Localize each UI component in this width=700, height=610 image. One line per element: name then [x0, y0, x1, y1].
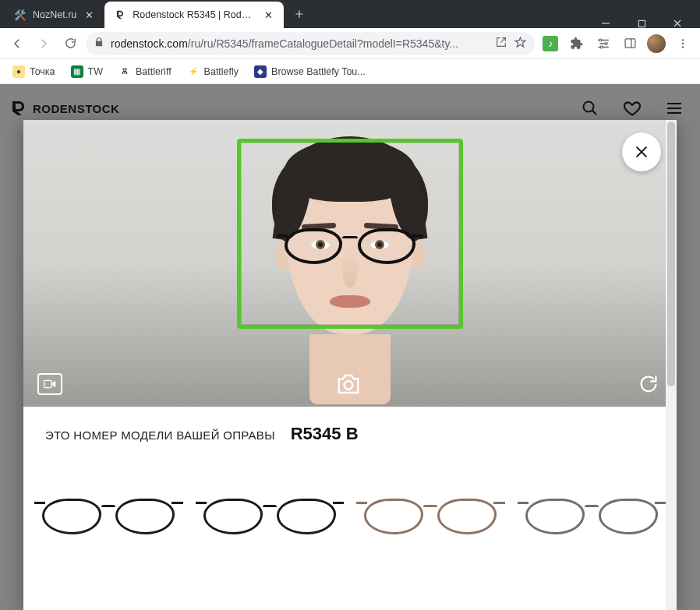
address-bar[interactable]: rodenstock.com/ru/ru/R5345/frameCatalogu…: [86, 32, 535, 55]
svg-point-6: [682, 42, 684, 44]
tab-rodenstock[interactable]: Rodenstock R5345 | Rodenstock ✕: [104, 2, 284, 28]
video-mode-button[interactable]: [37, 373, 62, 395]
chrome-menu-icon[interactable]: [672, 33, 694, 55]
bookmark-label: Battlefly: [204, 66, 239, 77]
bookmark-label: Battleriff: [136, 66, 171, 77]
minimize-button[interactable]: [588, 19, 624, 28]
bookmark-battlefly[interactable]: ⚡ Battlefly: [181, 63, 245, 80]
share-icon[interactable]: [495, 36, 507, 51]
svg-point-5: [682, 39, 684, 41]
site-favicon-icon: [114, 9, 126, 21]
profile-avatar[interactable]: [645, 33, 667, 55]
close-window-button[interactable]: [659, 19, 695, 28]
sidepanel-icon[interactable]: [619, 33, 641, 55]
bookmark-icon: ◆: [254, 65, 267, 78]
svg-point-1: [599, 39, 602, 41]
svg-rect-9: [44, 380, 51, 387]
variant-thumb[interactable]: [196, 469, 345, 536]
variant-thumb[interactable]: [34, 469, 183, 536]
star-icon[interactable]: [514, 36, 527, 51]
svg-point-7: [682, 46, 684, 48]
new-tab-button[interactable]: [288, 3, 310, 25]
bookmark-icon: ▦: [71, 65, 83, 78]
back-button[interactable]: [6, 33, 28, 55]
face-detection-box: [237, 139, 463, 329]
svg-point-2: [605, 42, 607, 44]
url-host: rodenstock.com: [111, 37, 188, 50]
page-content: RODENSTOCK: [0, 84, 700, 610]
music-extension-icon[interactable]: ♪: [539, 33, 561, 55]
close-modal-button[interactable]: [622, 132, 661, 171]
close-icon[interactable]: ✕: [262, 9, 274, 21]
tab-title: Rodenstock R5345 | Rodenstock: [133, 9, 256, 20]
bookmark-label: Точка: [30, 66, 55, 77]
virtual-tryon-modal: ЭТО НОМЕР МОДЕЛИ ВАШЕЙ ОПРАВЫ R5345 B: [23, 120, 677, 610]
variant-thumb[interactable]: [518, 469, 666, 536]
svg-point-8: [584, 102, 594, 112]
browser-window: 🛠️ NozNet.ru ✕ Rodenstock R5345 | Rodens…: [0, 0, 700, 610]
tab-title: NozNet.ru: [33, 9, 76, 20]
hamburger-icon[interactable]: [663, 97, 686, 120]
scrollbar-thumb[interactable]: [667, 122, 675, 386]
bookmark-icon: Ѫ: [118, 65, 131, 78]
model-info-row: ЭТО НОМЕР МОДЕЛИ ВАШЕЙ ОПРАВЫ R5345 B: [23, 407, 677, 453]
search-icon[interactable]: [578, 97, 602, 120]
tab-noznet[interactable]: 🛠️ NozNet.ru ✕: [5, 2, 104, 28]
wrench-icon: 🛠️: [14, 9, 27, 21]
bookmark-battleriff[interactable]: Ѫ Battleriff: [112, 63, 178, 80]
model-code: R5345 B: [291, 424, 359, 444]
heart-icon[interactable]: [620, 97, 644, 120]
svg-point-3: [600, 46, 603, 48]
lock-icon: [94, 37, 104, 50]
bookmark-label: Browse Battlefy Tou...: [271, 66, 366, 77]
labs-icon[interactable]: [592, 33, 614, 55]
modal-scrollbar[interactable]: [666, 120, 677, 610]
bookmarks-bar: ● Точка ▦ TW Ѫ Battleriff ⚡ Battlefly ◆ …: [0, 59, 700, 84]
camera-controls: [23, 361, 677, 407]
svg-point-10: [345, 381, 353, 390]
camera-preview: [23, 120, 677, 407]
toolbar: rodenstock.com/ru/ru/R5345/frameCatalogu…: [0, 28, 700, 59]
close-icon[interactable]: ✕: [83, 9, 95, 21]
brand-mark-icon: [9, 99, 28, 118]
svg-rect-0: [638, 20, 645, 26]
bookmark-icon: ●: [12, 65, 25, 78]
url-text: rodenstock.com/ru/ru/R5345/frameCatalogu…: [111, 37, 489, 50]
variant-thumb[interactable]: [356, 469, 505, 536]
extensions-icon[interactable]: [566, 33, 588, 55]
capture-photo-button[interactable]: [334, 370, 362, 398]
variant-thumbnails: [23, 453, 677, 536]
reload-button[interactable]: [59, 33, 81, 55]
model-label: ЭТО НОМЕР МОДЕЛИ ВАШЕЙ ОПРАВЫ: [45, 428, 275, 442]
maximize-button[interactable]: [624, 19, 659, 28]
bookmark-battlefy[interactable]: ◆ Browse Battlefy Tou...: [248, 63, 372, 80]
url-path: /ru/ru/R5345/frameCatalogueDetail?modelI…: [188, 37, 458, 50]
forward-button[interactable]: [33, 33, 55, 55]
brand-name: RODENSTOCK: [33, 102, 119, 115]
svg-rect-4: [625, 39, 635, 48]
tab-strip: 🛠️ NozNet.ru ✕ Rodenstock R5345 | Rodens…: [0, 0, 700, 28]
bookmark-tochka[interactable]: ● Точка: [6, 63, 62, 80]
retry-button[interactable]: [635, 370, 663, 398]
bookmark-icon: ⚡: [187, 65, 200, 78]
bookmark-label: TW: [88, 66, 103, 77]
brand-logo[interactable]: RODENSTOCK: [9, 99, 119, 118]
bookmark-tw[interactable]: ▦ TW: [65, 63, 109, 80]
